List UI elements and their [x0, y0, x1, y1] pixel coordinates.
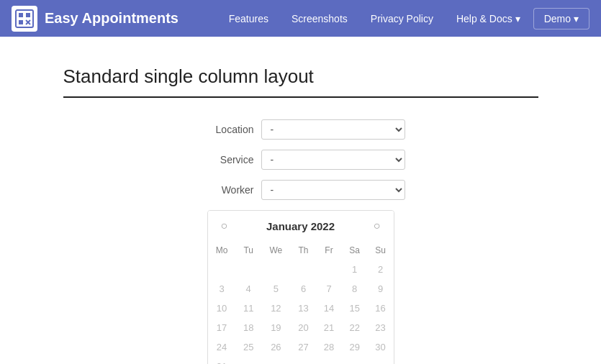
- worker-select[interactable]: -: [261, 180, 405, 200]
- calendar-day[interactable]: 25: [235, 337, 261, 357]
- calendar-day[interactable]: 22: [342, 318, 368, 337]
- calendar-day: [291, 260, 317, 279]
- calendar-day: [316, 357, 342, 364]
- calendar-day[interactable]: 8: [342, 279, 368, 299]
- brand-name: Easy Appointments: [45, 10, 179, 27]
- navbar: Easy Appointments Features Screenshots P…: [0, 0, 601, 37]
- brand-logo[interactable]: Easy Appointments: [12, 6, 179, 32]
- service-select[interactable]: -: [261, 150, 405, 170]
- location-select[interactable]: -: [261, 119, 405, 140]
- calendar-day[interactable]: 3: [208, 279, 236, 299]
- calendar-week-4: 24252627282930: [208, 337, 394, 357]
- service-label: Service: [196, 154, 254, 165]
- calendar-header: ○ January 2022 ○: [208, 211, 394, 241]
- calendar-day[interactable]: 19: [261, 318, 291, 337]
- day-header-su: Su: [368, 241, 394, 260]
- svg-rect-3: [19, 20, 23, 24]
- calendar-day: [208, 260, 236, 279]
- calendar-day: [261, 260, 291, 279]
- demo-chevron-icon: ▾: [574, 13, 579, 24]
- calendar-day[interactable]: 9: [368, 279, 394, 299]
- calendar-day[interactable]: 1: [342, 260, 368, 279]
- location-row: Location -: [63, 119, 538, 140]
- svg-rect-0: [16, 10, 33, 27]
- calendar-day[interactable]: 10: [208, 299, 236, 318]
- day-header-tu: Tu: [235, 241, 261, 260]
- calendar-day[interactable]: 15: [342, 299, 368, 318]
- svg-rect-1: [19, 13, 23, 17]
- calendar-day[interactable]: 29: [342, 337, 368, 357]
- calendar-day[interactable]: 31: [208, 357, 236, 364]
- nav-screenshots[interactable]: Screenshots: [281, 7, 358, 30]
- day-header-sa: Sa: [342, 241, 368, 260]
- day-header-mo: Mo: [208, 241, 236, 260]
- calendar-week-0: 12: [208, 260, 394, 279]
- calendar-week-1: 3456789: [208, 279, 394, 299]
- calendar-next-button[interactable]: ○: [369, 218, 385, 234]
- calendar-wrapper: ○ January 2022 ○ Mo Tu We Th Fr Sa Su: [63, 210, 538, 364]
- calendar-day[interactable]: 26: [261, 337, 291, 357]
- calendar-day: [235, 260, 261, 279]
- calendar-prev-button[interactable]: ○: [217, 218, 232, 234]
- calendar-day: [368, 357, 394, 364]
- calendar-day[interactable]: 7: [316, 279, 342, 299]
- nav-privacy-policy[interactable]: Privacy Policy: [361, 7, 443, 30]
- nav-links: Features Screenshots Privacy Policy Help…: [219, 7, 589, 30]
- calendar-day[interactable]: 24: [208, 337, 236, 357]
- svg-rect-2: [26, 13, 30, 17]
- calendar-day[interactable]: 13: [291, 299, 317, 318]
- calendar-day[interactable]: 14: [316, 299, 342, 318]
- calendar-month-label: January 2022: [266, 220, 335, 232]
- calendar-day[interactable]: 18: [235, 318, 261, 337]
- day-header-we: We: [261, 241, 291, 260]
- calendar-day[interactable]: 23: [368, 318, 394, 337]
- calendar-day: [261, 357, 291, 364]
- calendar-week-5: 31: [208, 357, 394, 364]
- calendar-day[interactable]: 20: [291, 318, 317, 337]
- calendar-day[interactable]: 28: [316, 337, 342, 357]
- calendar-week-3: 17181920212223: [208, 318, 394, 337]
- worker-row: Worker -: [63, 180, 538, 200]
- page-title: Standard single column layout: [63, 65, 538, 88]
- calendar-day[interactable]: 2: [368, 260, 394, 279]
- calendar-day[interactable]: 5: [261, 279, 291, 299]
- calendar-day-headers: Mo Tu We Th Fr Sa Su: [208, 241, 394, 260]
- calendar-day[interactable]: 12: [261, 299, 291, 318]
- calendar-day[interactable]: 16: [368, 299, 394, 318]
- calendar-day: [342, 357, 368, 364]
- calendar-day[interactable]: 21: [316, 318, 342, 337]
- calendar-day[interactable]: 30: [368, 337, 394, 357]
- worker-label: Worker: [196, 184, 254, 196]
- calendar-day: [235, 357, 261, 364]
- calendar-day[interactable]: 11: [235, 299, 261, 318]
- service-row: Service -: [63, 150, 538, 170]
- brand-icon: [12, 6, 37, 32]
- calendar-grid: Mo Tu We Th Fr Sa Su 1234567891011121314…: [208, 241, 394, 364]
- calendar-day: [316, 260, 342, 279]
- calendar-day[interactable]: 6: [291, 279, 317, 299]
- nav-features[interactable]: Features: [219, 7, 279, 30]
- calendar-body: 1234567891011121314151617181920212223242…: [208, 260, 394, 364]
- calendar-day[interactable]: 4: [235, 279, 261, 299]
- day-header-th: Th: [291, 241, 317, 260]
- nav-demo-button[interactable]: Demo ▾: [533, 8, 589, 29]
- calendar: ○ January 2022 ○ Mo Tu We Th Fr Sa Su: [207, 210, 394, 364]
- calendar-day[interactable]: 17: [208, 318, 236, 337]
- nav-help-docs[interactable]: Help & Docs ▾: [446, 7, 530, 30]
- divider: [63, 96, 538, 98]
- day-header-fr: Fr: [316, 241, 342, 260]
- calendar-day: [291, 357, 317, 364]
- location-label: Location: [196, 124, 254, 135]
- main-content: Standard single column layout Location -…: [49, 37, 553, 364]
- calendar-day[interactable]: 27: [291, 337, 317, 357]
- calendar-week-2: 10111213141516: [208, 299, 394, 318]
